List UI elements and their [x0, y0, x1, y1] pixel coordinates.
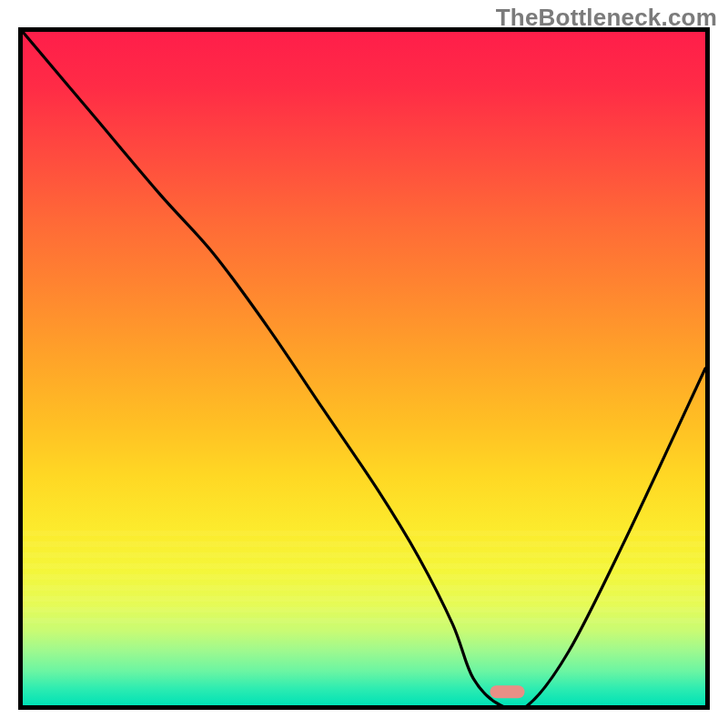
optimal-marker: [490, 685, 525, 698]
bottleneck-curve: [23, 32, 705, 705]
chart-svg: [23, 32, 705, 705]
watermark-text: TheBottleneck.com: [496, 4, 717, 32]
plot-area: [18, 27, 710, 710]
chart-frame: TheBottleneck.com: [0, 0, 728, 728]
